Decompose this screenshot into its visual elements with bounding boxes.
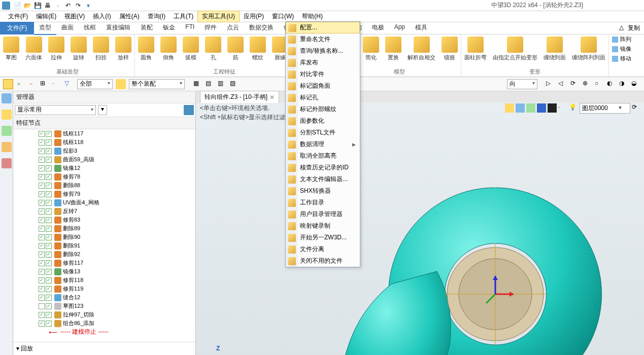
tb2-icon[interactable] [3, 79, 13, 89]
tree-item[interactable]: 修剪117 [13, 259, 195, 267]
tree-item[interactable]: 修剪119 [13, 285, 195, 293]
tb2-misc-icon[interactable]: ▦ [193, 79, 203, 89]
ribbon-collapse-icon[interactable]: △ [619, 24, 624, 32]
checkbox-icon[interactable] [46, 183, 52, 189]
manager-filter-button[interactable] [184, 105, 194, 115]
checkbox-icon[interactable] [39, 312, 45, 318]
view-blue-icon[interactable] [537, 103, 546, 113]
tree-item[interactable]: 投影3 [13, 147, 195, 155]
menu-item[interactable]: 窗口(W) [268, 11, 298, 22]
tb2-assy-icon[interactable] [116, 79, 126, 89]
menu-item[interactable]: 实用工具(U) [197, 11, 240, 22]
checkbox-icon[interactable] [46, 286, 52, 292]
menu-item[interactable]: 库发布 [286, 57, 360, 68]
checkbox-icon[interactable] [39, 277, 45, 283]
tree-item[interactable]: 草图123 [13, 302, 195, 310]
tb2-nav-icon[interactable]: ▷ [546, 79, 556, 89]
ribbon-button[interactable]: 拉伸 [45, 34, 67, 67]
tb2-misc-icon2[interactable]: ▤ [205, 79, 215, 89]
checkbox-icon[interactable] [46, 295, 52, 301]
ribbon-tab[interactable]: 焊件 [199, 21, 222, 35]
checkbox-icon[interactable] [46, 269, 52, 275]
ribbon-button[interactable]: 筋 [224, 34, 247, 67]
ribbon-button[interactable]: 解析自相交 [404, 34, 438, 67]
tree-item[interactable]: 拉伸97_切除 [13, 310, 195, 319]
view-refresh-icon[interactable]: ⟳ [632, 103, 641, 113]
checkbox-icon[interactable] [46, 148, 52, 154]
leftbar-views-icon[interactable] [2, 126, 12, 136]
ribbon-tab[interactable]: 曲面 [56, 21, 79, 35]
checkbox-icon[interactable] [39, 252, 45, 258]
menu-item[interactable]: 查询/替换名称... [286, 45, 360, 57]
tree-item[interactable]: 缝合12 [13, 293, 195, 302]
ribbon-tab[interactable]: 装配 [135, 21, 158, 35]
qat-new-icon[interactable]: 📄 [13, 2, 21, 10]
menu-item[interactable]: 工作目录 [286, 197, 360, 208]
checkbox-icon[interactable] [46, 226, 52, 232]
checkbox-icon[interactable] [46, 200, 52, 206]
tree-item[interactable]: 线框117 [13, 129, 195, 138]
checkbox-icon[interactable] [39, 139, 45, 146]
checkbox-icon[interactable] [39, 157, 45, 163]
checkbox-icon[interactable] [39, 165, 45, 171]
checkbox-icon[interactable] [46, 165, 52, 171]
menu-item[interactable]: 插入(I) [89, 11, 115, 22]
menu-item[interactable]: 开始另一ZW3D... [286, 232, 360, 243]
menu-item[interactable]: 标记外部螺纹 [286, 103, 360, 115]
tree-item[interactable]: 删除89 [13, 224, 195, 233]
leftbar-user-icon[interactable] [2, 158, 12, 168]
tree-item[interactable]: 反转7 [13, 207, 195, 216]
close-icon[interactable]: ✕ [269, 94, 275, 101]
tree-item[interactable]: 镜像13 [13, 267, 195, 276]
qat-dd-icon[interactable]: ▾ [84, 2, 92, 10]
checkbox-icon[interactable] [39, 321, 45, 327]
ribbon-button[interactable]: 缠绕到面 [540, 34, 569, 67]
view-bulb-icon[interactable]: 💡 [569, 103, 578, 113]
checkbox-icon[interactable] [39, 269, 45, 275]
tree-item[interactable]: 修剪79 [13, 190, 195, 198]
feature-tree[interactable]: 线框117线框118投影3曲面59_高级镜像12修剪78删除88修剪79UV曲面… [13, 129, 195, 342]
menu-item[interactable]: 编辑(E) [32, 11, 60, 22]
ribbon-button[interactable]: 放样 [112, 34, 134, 67]
leftbar-layers-icon[interactable] [2, 110, 12, 120]
menu-item[interactable]: 标记圆角面 [286, 80, 360, 92]
checkbox-icon[interactable] [46, 234, 52, 240]
ribbon-tab[interactable]: 电极 [367, 21, 389, 35]
ribbon-button[interactable]: 草图 [0, 34, 22, 67]
tb2-nav-icon5[interactable]: ○ [594, 79, 604, 89]
tree-item[interactable]: UV曲面4_网格 [13, 198, 195, 207]
tree-item[interactable]: 修剪118 [13, 276, 195, 285]
tb2-combo-dir[interactable]: 向 [507, 79, 537, 89]
ribbon-copy-button[interactable]: 复制 [628, 24, 640, 32]
manager-filter-combo[interactable]: 显示常用 [15, 105, 96, 115]
checkbox-icon[interactable] [46, 252, 52, 258]
menu-item[interactable]: 工具(T) [170, 11, 197, 22]
tree-item[interactable]: 线框118 [13, 138, 195, 147]
checkbox-icon[interactable] [39, 183, 45, 189]
tree-item[interactable]: 组合86_添加 [13, 319, 195, 328]
checkbox-icon[interactable] [39, 286, 45, 292]
qat-redo-icon[interactable]: ↷ [74, 2, 82, 10]
ribbon-button[interactable]: 由指定点开始变形 [490, 34, 540, 67]
ribbon-button[interactable]: 简化 [360, 34, 382, 67]
ribbon-button[interactable]: 镶嵌 [438, 34, 461, 67]
ribbon-tab[interactable]: 造型 [34, 21, 56, 35]
canvas[interactable]: 转向组件.Z3 - [10-手柄] ✕ <单击右键>环境相关选项. <Shift… [196, 91, 644, 355]
ribbon-button[interactable]: 螺纹 [247, 34, 269, 67]
tree-item[interactable]: 修剪78 [13, 172, 195, 181]
tb2-nav-icon2[interactable]: ◁ [558, 79, 568, 89]
menu-item[interactable]: 用户目录管理器 [286, 208, 360, 220]
qat-saveall-icon[interactable]: 🖶 [44, 2, 52, 10]
menu-item[interactable]: 对比零件 [286, 68, 360, 80]
tb2-combo-assembly[interactable]: 整个装配 [129, 79, 185, 89]
ribbon-button[interactable]: 拔模 [180, 34, 202, 67]
tb2-plus-icon[interactable]: ＋ [15, 79, 25, 89]
view-black-icon[interactable] [548, 103, 557, 113]
checkbox-icon[interactable] [39, 131, 45, 137]
checkbox-icon[interactable] [39, 200, 45, 206]
tree-item[interactable]: 删除91 [13, 241, 195, 250]
menu-item[interactable]: 属性(A) [115, 11, 144, 22]
checkbox-icon[interactable] [46, 321, 52, 327]
ribbon-tab[interactable]: App [389, 21, 410, 35]
ribbon-button[interactable]: 圆角 [135, 34, 157, 67]
